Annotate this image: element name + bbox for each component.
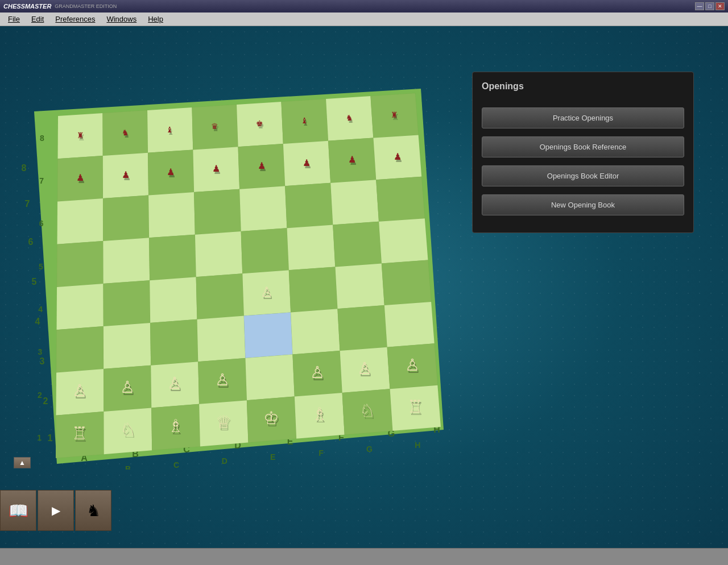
app-logo: CHESSMASTER GRANDMASTER EDITION bbox=[3, 3, 117, 10]
book-icon-button[interactable]: 📖 bbox=[0, 490, 36, 531]
practice-openings-button[interactable]: Practice Openings bbox=[482, 107, 684, 128]
openings-panel: Openings Practice Openings Openings Book… bbox=[472, 72, 694, 233]
new-opening-book-button[interactable]: New Opening Book bbox=[482, 194, 684, 215]
menu-bar: File Edit Preferences Windows Help bbox=[0, 13, 728, 26]
menu-file[interactable]: File bbox=[2, 14, 26, 24]
close-button[interactable]: ✕ bbox=[715, 2, 725, 10]
app-title: CHESSMASTER bbox=[3, 3, 51, 10]
menu-windows[interactable]: Windows bbox=[101, 14, 142, 24]
scroll-up-button[interactable]: ▲ bbox=[14, 457, 31, 468]
knight-icon-button[interactable]: ♞ bbox=[75, 490, 111, 531]
window-controls: — □ ✕ bbox=[695, 2, 725, 10]
status-bar bbox=[0, 548, 728, 565]
openings-book-reference-button[interactable]: Openings Book Reference bbox=[482, 136, 684, 157]
app-subtitle: GRANDMASTER EDITION bbox=[55, 3, 117, 9]
menu-edit[interactable]: Edit bbox=[26, 14, 49, 24]
menu-preferences[interactable]: Preferences bbox=[49, 14, 101, 24]
title-bar: CHESSMASTER GRANDMASTER EDITION — □ ✕ bbox=[0, 0, 728, 13]
openings-book-editor-button[interactable]: Openings Book Editor bbox=[482, 165, 684, 186]
main-area: A B C D E F G H 1 2 3 4 5 6 7 8 Openings… bbox=[0, 26, 728, 548]
menu-help[interactable]: Help bbox=[142, 14, 169, 24]
chess-board-canvas[interactable] bbox=[11, 55, 444, 470]
maximize-button[interactable]: □ bbox=[705, 2, 714, 10]
minimize-button[interactable]: — bbox=[695, 2, 704, 10]
toolbar: 📖 ▶ ♞ bbox=[0, 490, 111, 531]
chess-board-container: A B C D E F G H 1 2 3 4 5 6 7 8 bbox=[11, 55, 444, 470]
openings-panel-title: Openings bbox=[482, 81, 684, 96]
play-button[interactable]: ▶ bbox=[38, 490, 74, 531]
